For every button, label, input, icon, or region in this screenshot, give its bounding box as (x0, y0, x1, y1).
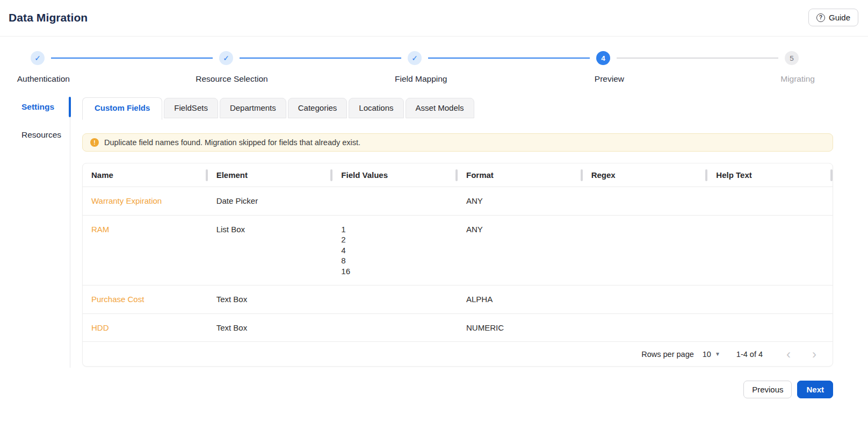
column-header-format: Format (458, 163, 583, 187)
field-help-text (707, 285, 833, 313)
field-value-item: 1 (341, 224, 449, 235)
next-page-button[interactable]: › (809, 348, 820, 361)
table-row: Purchase Cost Text Box ALPHA (83, 285, 833, 313)
table-row: RAM List Box 1 2 4 8 16 ANY (83, 215, 833, 285)
pagination-range-label: 1-4 of 4 (736, 350, 763, 359)
field-regex (583, 216, 708, 285)
stepper-connector (51, 58, 213, 59)
stepper-connector (617, 58, 778, 59)
page-title: Data Migration (9, 11, 88, 24)
field-regex (583, 187, 708, 215)
custom-fields-table: Name Element Field Values Format Regex (82, 163, 833, 367)
field-format: ANY (458, 187, 583, 215)
tab-locations[interactable]: Locations (349, 98, 403, 118)
field-name-link[interactable]: HDD (83, 314, 208, 342)
step-2-check-icon: ✓ (219, 51, 233, 65)
column-header-regex: Regex (583, 163, 708, 187)
next-button[interactable]: Next (797, 381, 833, 398)
help-circle-icon: ? (816, 13, 825, 22)
field-help-text (707, 187, 833, 215)
field-help-text (707, 314, 833, 342)
stepper-track: ✓ ✓ ✓ 4 5 (0, 51, 868, 65)
sidebar-item-settings-label: Settings (21, 102, 54, 111)
column-header-element: Element (208, 163, 333, 187)
field-name-link[interactable]: Warranty Expiration (83, 187, 208, 215)
field-element: Text Box (208, 285, 333, 313)
migration-stepper: ✓ ✓ ✓ 4 5 Authentication Resource Select… (0, 51, 868, 85)
step-4-badge: 4 (596, 51, 610, 65)
previous-button[interactable]: Previous (743, 381, 792, 398)
table-row: Warranty Expiration Date Picker ANY (83, 187, 833, 215)
tab-departments[interactable]: Departments (220, 98, 286, 118)
tab-categories[interactable]: Categories (288, 98, 348, 118)
column-resize-handle[interactable] (830, 169, 833, 181)
guide-button-label: Guide (829, 13, 850, 22)
field-regex (583, 314, 708, 342)
field-element: Text Box (208, 314, 333, 342)
step-3-check-icon: ✓ (408, 51, 422, 65)
chevron-right-icon: › (812, 347, 816, 361)
field-values (332, 314, 458, 342)
stepper-connector (428, 58, 590, 59)
stepper-labels: Authentication Resource Selection Field … (0, 74, 868, 85)
sidebar-item-resources[interactable]: Resources (0, 125, 70, 145)
field-value-item: 4 (341, 245, 449, 256)
stepper-connector (240, 58, 401, 59)
step-5-badge: 5 (785, 51, 799, 65)
step-label-preview: Preview (595, 74, 624, 84)
content-area: Settings Resources Custom Fields FieldSe… (0, 97, 868, 368)
duplicate-warning-banner: ! Duplicate field names found. Migration… (82, 133, 833, 152)
field-name-link[interactable]: Purchase Cost (83, 285, 208, 313)
sidebar-item-settings[interactable]: Settings (0, 97, 70, 117)
field-value-item: 8 (341, 255, 449, 266)
step-label-field-mapping: Field Mapping (395, 74, 447, 84)
step-1-check-icon: ✓ (31, 51, 45, 65)
step-label-migrating: Migrating (780, 74, 815, 84)
rows-per-page-label: Rows per page (641, 350, 694, 359)
table-pagination: Rows per page 10 ▼ 1-4 of 4 ‹ › (83, 341, 833, 366)
rows-per-page-select[interactable]: 10 ▼ (703, 350, 720, 359)
column-header-field-values: Field Values (332, 163, 458, 187)
wizard-actions: Previous Next (0, 368, 868, 398)
field-element: List Box (208, 216, 333, 285)
tab-custom-fields[interactable]: Custom Fields (82, 97, 162, 120)
field-name-link[interactable]: RAM (83, 216, 208, 285)
field-format: NUMERIC (458, 314, 583, 342)
tab-fieldsets[interactable]: FieldSets (164, 98, 218, 118)
field-value-item: 2 (341, 234, 449, 245)
field-format: ANY (458, 216, 583, 285)
warning-text: Duplicate field names found. Migration s… (104, 138, 360, 147)
tab-asset-models[interactable]: Asset Models (406, 98, 474, 118)
column-header-name: Name (83, 163, 208, 187)
field-values (332, 187, 458, 215)
field-value-item: 16 (341, 266, 449, 277)
rows-per-page-value: 10 (703, 350, 711, 359)
sidebar: Settings Resources (0, 97, 70, 368)
main-panel: Custom Fields FieldSets Departments Cate… (70, 97, 868, 368)
step-label-authentication: Authentication (17, 74, 70, 84)
table-header-row: Name Element Field Values Format Regex (83, 163, 833, 187)
field-help-text (707, 216, 833, 285)
dropdown-arrow-icon: ▼ (715, 351, 720, 357)
guide-button[interactable]: ? Guide (808, 9, 858, 26)
field-element: Date Picker (208, 187, 333, 215)
step-label-resource-selection: Resource Selection (196, 74, 267, 84)
warning-icon: ! (90, 138, 99, 147)
page-header: Data Migration ? Guide (0, 0, 868, 37)
previous-page-button[interactable]: ‹ (783, 348, 794, 361)
field-regex (583, 285, 708, 313)
field-format: ALPHA (458, 285, 583, 313)
column-header-help-text: Help Text (707, 163, 833, 187)
chevron-left-icon: ‹ (786, 347, 791, 361)
sidebar-item-resources-label: Resources (21, 130, 61, 139)
field-values: 1 2 4 8 16 (332, 216, 458, 285)
field-values (332, 285, 458, 313)
tab-bar: Custom Fields FieldSets Departments Cate… (82, 97, 833, 118)
table-row: HDD Text Box NUMERIC (83, 313, 833, 342)
